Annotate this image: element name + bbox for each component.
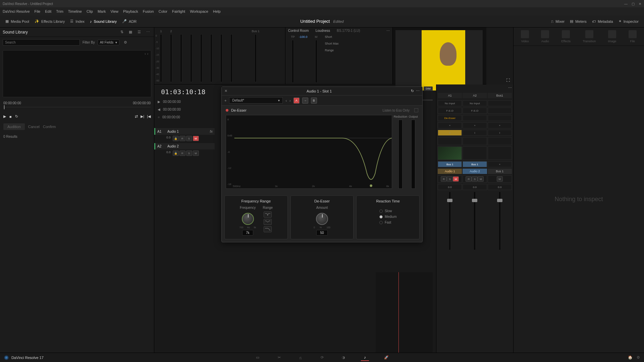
cancel-button[interactable]: Cancel — [28, 125, 40, 129]
more-icon[interactable]: ⋯ — [508, 86, 512, 90]
meters-button[interactable]: ▤Meters — [567, 18, 589, 25]
inspector-tab-audio[interactable]: Audio — [541, 30, 549, 43]
preset-dropdown[interactable]: Default*▾ — [229, 97, 283, 104]
ab-a-button[interactable]: A — [293, 98, 300, 104]
page-cut[interactable]: ✂ — [275, 354, 283, 361]
playhead[interactable] — [398, 272, 399, 353]
page-fusion[interactable]: ⟳ — [318, 354, 326, 361]
input-cell[interactable]: No Input — [463, 100, 487, 106]
add-effect[interactable]: + — [488, 122, 512, 128]
skip-fwd-icon[interactable]: ▶| — [141, 114, 144, 119]
lock-icon[interactable]: 🔒 — [173, 150, 179, 156]
inspector-tab-video[interactable]: Video — [521, 30, 529, 43]
inspector-tab-effects[interactable]: Effects — [561, 30, 571, 43]
add-preset-icon[interactable]: + — [224, 99, 226, 103]
loop-icon[interactable]: ○ — [158, 115, 160, 119]
prev-preset-icon[interactable]: ‹ — [285, 99, 287, 103]
insert-cell[interactable]: I — [463, 130, 487, 136]
audition-button[interactable]: Audition — [3, 123, 25, 130]
dim-button[interactable]: DIM — [424, 86, 433, 91]
media-pool-button[interactable]: ▦Media Pool — [3, 18, 32, 25]
more-icon[interactable]: ⋯ — [386, 29, 390, 33]
bus-send[interactable]: Bus 1 — [463, 161, 487, 167]
list-view-icon[interactable]: ☰ — [136, 29, 143, 36]
frequency-graph[interactable]: 6 0dB -6 -12 -18 500Hz 1k 2k 4k 8k — [226, 115, 392, 189]
adr-button[interactable]: 🎤ADR — [119, 18, 139, 25]
inspector-tab-transition[interactable]: Transition — [583, 30, 596, 43]
filter-settings-icon[interactable]: ⚙ — [122, 39, 129, 46]
menu-item[interactable]: Edit — [45, 9, 51, 13]
search-input[interactable] — [3, 39, 80, 46]
menu-item[interactable]: Mark — [98, 9, 106, 13]
range-shelf-button[interactable] — [264, 226, 272, 232]
solo-button[interactable]: S — [186, 150, 192, 156]
eq-cell[interactable] — [438, 137, 462, 145]
stop-icon[interactable]: ■ — [9, 115, 12, 119]
confirm-button[interactable]: Confirm — [43, 125, 56, 129]
fader[interactable] — [499, 192, 500, 250]
filter-select[interactable]: All Fields▾ — [98, 40, 120, 45]
menu-item[interactable]: Timeline — [68, 9, 82, 13]
play-icon[interactable]: ▶ — [3, 114, 6, 119]
sound-library-button[interactable]: ♪Sound Library — [87, 18, 119, 25]
mute-button[interactable]: M — [193, 136, 199, 141]
inspector-tab-file[interactable]: File — [629, 30, 637, 43]
add-effect[interactable]: + — [438, 122, 462, 128]
skip-back-icon[interactable]: |◀ — [147, 114, 151, 119]
next-icon[interactable]: › — [147, 52, 148, 56]
menu-item[interactable]: Clip — [87, 9, 93, 13]
track-header[interactable]: A1 Audio 1 fx — [154, 128, 215, 135]
menu-item[interactable]: Color — [159, 9, 167, 13]
loop-icon[interactable]: ↻ — [15, 114, 18, 119]
record-button[interactable]: R — [179, 136, 185, 141]
page-fairlight[interactable]: ♪ — [361, 354, 369, 361]
settings-icon[interactable]: ⚙ — [637, 355, 640, 360]
order-cell[interactable]: F-E-D — [438, 108, 462, 114]
mixer-button[interactable]: ⎍Mixer — [548, 18, 567, 25]
menu-item[interactable]: Trim — [56, 9, 63, 13]
menu-item[interactable]: Fusion — [143, 9, 154, 13]
reaction-fast[interactable]: Fast — [379, 221, 391, 224]
expand-icon[interactable]: ⛶ — [506, 78, 510, 82]
prev-icon[interactable]: ‹ — [145, 52, 146, 56]
swap-icon[interactable]: ⇄ — [135, 114, 138, 119]
close-icon[interactable]: ✕ — [639, 2, 641, 6]
effect-slot[interactable]: De-Esser — [438, 115, 462, 121]
maximize-icon[interactable]: ▢ — [632, 2, 635, 6]
range-wide-button[interactable] — [264, 219, 272, 225]
play-icon[interactable]: ▶ — [158, 100, 160, 104]
page-deliver[interactable]: 🚀 — [382, 354, 390, 361]
range-notch-button[interactable] — [264, 212, 272, 218]
home-icon[interactable]: 🏠 — [628, 355, 633, 360]
dynamics-cell[interactable] — [438, 146, 462, 160]
menu-item[interactable]: Playback — [123, 9, 138, 13]
lock-icon[interactable]: 🔒 — [173, 136, 179, 141]
effects-library-button[interactable]: ✨Effects Library — [32, 18, 67, 25]
reaction-medium[interactable]: Medium — [379, 215, 397, 219]
fader[interactable] — [474, 192, 475, 250]
menu-item[interactable]: View — [110, 9, 118, 13]
amount-knob[interactable] — [316, 213, 328, 225]
next-preset-icon[interactable]: › — [289, 99, 291, 103]
enabled-indicator[interactable] — [226, 109, 228, 112]
amount-value[interactable]: 50 — [316, 230, 327, 236]
index-button[interactable]: ☰Index — [67, 18, 87, 25]
track-header[interactable]: A2 Audio 2 — [154, 143, 215, 149]
page-edit[interactable]: ⎌ — [297, 354, 305, 361]
insert-cell[interactable]: I — [438, 130, 462, 136]
more-icon[interactable]: ⋯ — [145, 29, 151, 36]
sort-icon[interactable]: ⇅ — [118, 29, 125, 36]
insert-cell[interactable]: I — [488, 130, 512, 136]
metadata-button[interactable]: 🏷Metadata — [589, 18, 616, 25]
rec-icon[interactable]: ◀ — [158, 108, 160, 111]
close-icon[interactable]: ✕ — [224, 89, 227, 93]
add-effect[interactable]: + — [463, 122, 487, 128]
menu-item[interactable]: File — [35, 9, 41, 13]
ab-b-button[interactable]: B — [311, 98, 317, 104]
reaction-slow[interactable]: Slow — [379, 209, 392, 213]
input-cell[interactable]: No Input — [438, 100, 462, 106]
order-cell[interactable]: F-E-D — [463, 108, 487, 114]
reset-icon[interactable]: ↻ — [411, 89, 414, 93]
page-color[interactable]: ◑ — [339, 354, 347, 361]
record-button[interactable]: R — [179, 150, 185, 156]
